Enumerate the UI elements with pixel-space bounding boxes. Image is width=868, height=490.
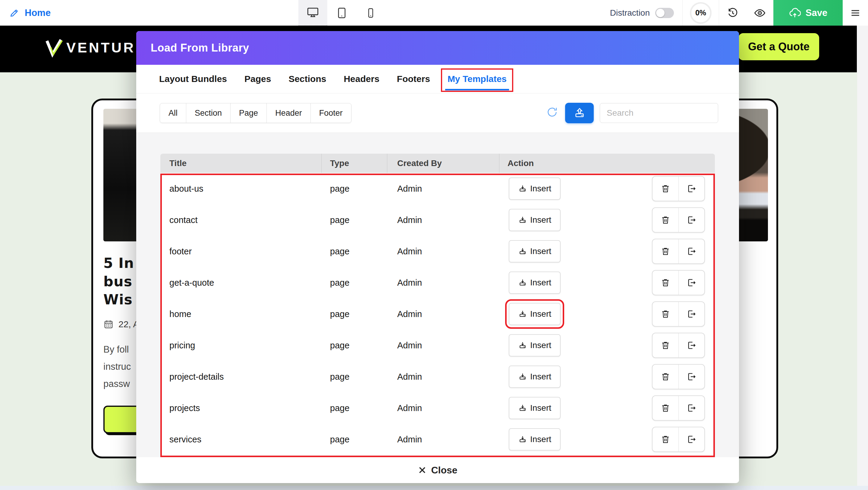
insert-button[interactable]: Insert xyxy=(509,366,561,388)
delete-template-button[interactable] xyxy=(652,208,678,232)
delete-template-button[interactable] xyxy=(652,396,678,420)
current-page-link[interactable]: Home xyxy=(9,0,51,26)
desktop-preview-button[interactable] xyxy=(299,0,327,26)
brand-name: VENTURE xyxy=(66,39,147,56)
insert-download-icon xyxy=(518,278,527,287)
row-title: footer xyxy=(160,246,321,256)
type-filter-group: All Section Page Header Footer xyxy=(160,103,351,123)
export-template-button[interactable] xyxy=(678,208,705,232)
tablet-icon xyxy=(336,7,348,19)
history-button[interactable] xyxy=(719,0,746,26)
delete-template-button[interactable] xyxy=(652,427,678,452)
row-created-by: Admin xyxy=(387,184,499,194)
insert-button[interactable]: Insert xyxy=(509,272,561,294)
row-title: project-details xyxy=(160,372,321,382)
delete-template-button[interactable] xyxy=(652,177,678,201)
row-type: page xyxy=(321,403,387,413)
insert-button[interactable]: Insert xyxy=(509,209,561,231)
row-actions-group xyxy=(652,239,705,264)
filter-header[interactable]: Header xyxy=(267,103,311,123)
export-icon xyxy=(686,309,696,319)
export-icon xyxy=(686,403,696,413)
row-created-by: Admin xyxy=(387,403,499,413)
load-from-library-modal: Load From Library Layout Bundles Pages S… xyxy=(136,31,739,483)
export-template-button[interactable] xyxy=(678,302,705,326)
insert-button[interactable]: Insert xyxy=(509,178,561,200)
row-created-by: Admin xyxy=(387,340,499,350)
row-title: services xyxy=(160,434,321,445)
export-template-button[interactable] xyxy=(678,271,705,295)
trash-icon xyxy=(660,215,671,225)
refresh-button[interactable] xyxy=(546,105,559,119)
delete-template-button[interactable] xyxy=(652,365,678,389)
row-action-cell: Insert xyxy=(499,392,715,424)
tablet-preview-button[interactable] xyxy=(327,0,356,26)
row-actions-group xyxy=(652,207,705,233)
export-template-button[interactable] xyxy=(678,177,705,201)
insert-button[interactable]: Insert xyxy=(509,303,561,325)
insert-button[interactable]: Insert xyxy=(509,428,561,451)
tab-pages[interactable]: Pages xyxy=(244,74,271,84)
row-title: get-a-quote xyxy=(160,278,321,288)
trash-icon xyxy=(660,246,671,256)
row-title: contact xyxy=(160,215,321,225)
row-actions-group xyxy=(652,395,705,421)
calendar-icon xyxy=(103,319,114,329)
trash-icon xyxy=(660,372,671,382)
upload-template-button[interactable] xyxy=(565,103,594,123)
table-header: Title Type Created By Action xyxy=(160,154,715,173)
row-actions-group xyxy=(652,270,705,295)
export-icon xyxy=(686,434,696,445)
insert-download-icon xyxy=(518,184,527,193)
export-template-button[interactable] xyxy=(678,365,705,389)
distraction-label: Distraction xyxy=(610,8,650,18)
save-button[interactable]: Save xyxy=(773,0,843,26)
site-logo[interactable]: VENTURE xyxy=(44,35,147,59)
row-action-cell: Insert xyxy=(499,267,715,298)
tab-layout-bundles[interactable]: Layout Bundles xyxy=(159,74,227,84)
distraction-toggle[interactable] xyxy=(655,8,674,18)
get-a-quote-button[interactable]: Get a Quote xyxy=(738,33,819,60)
tab-my-templates[interactable]: My Templates xyxy=(447,74,507,84)
delete-template-button[interactable] xyxy=(652,333,678,358)
insert-button[interactable]: Insert xyxy=(509,397,561,419)
close-button[interactable]: Close xyxy=(136,457,739,483)
preview-button[interactable] xyxy=(746,0,773,26)
tab-headers[interactable]: Headers xyxy=(344,74,379,84)
row-action-cell: Insert xyxy=(499,204,715,236)
tab-sections[interactable]: Sections xyxy=(288,74,326,84)
export-template-button[interactable] xyxy=(678,396,705,420)
insert-button[interactable]: Insert xyxy=(509,240,561,263)
trash-icon xyxy=(660,309,671,319)
delete-template-button[interactable] xyxy=(652,239,678,264)
table-row: pricing page Admin Insert xyxy=(160,330,715,361)
filter-all[interactable]: All xyxy=(160,103,186,123)
mobile-preview-button[interactable] xyxy=(356,0,385,26)
insert-button[interactable]: Insert xyxy=(509,334,561,357)
search-input[interactable] xyxy=(600,103,718,123)
filter-footer[interactable]: Footer xyxy=(310,103,351,123)
filter-page[interactable]: Page xyxy=(230,103,267,123)
builder-toolbar: Home xyxy=(0,0,868,26)
export-template-button[interactable] xyxy=(678,333,705,358)
table-row: footer page Admin Insert xyxy=(160,236,715,267)
table-body: about-us page Admin Insert xyxy=(160,173,715,455)
delete-template-button[interactable] xyxy=(652,271,678,295)
tab-footers[interactable]: Footers xyxy=(397,74,430,84)
row-action-cell: Insert xyxy=(499,173,715,204)
device-preview-switcher xyxy=(299,0,385,26)
row-type: page xyxy=(321,278,387,288)
filter-section[interactable]: Section xyxy=(186,103,230,123)
refresh-icon xyxy=(546,105,559,119)
row-action-cell: Insert xyxy=(499,361,715,392)
toggle-knob xyxy=(656,9,664,17)
export-template-button[interactable] xyxy=(678,427,705,452)
app-root: VENTURE Get a Quote 5 In bus Wis xyxy=(0,0,868,490)
export-icon xyxy=(686,215,696,225)
venture-v-logo-icon xyxy=(44,35,63,59)
row-actions-group xyxy=(652,364,705,389)
delete-template-button[interactable] xyxy=(652,302,678,326)
export-template-button[interactable] xyxy=(678,239,705,264)
menu-button[interactable] xyxy=(843,0,868,26)
insert-download-icon xyxy=(518,435,527,444)
